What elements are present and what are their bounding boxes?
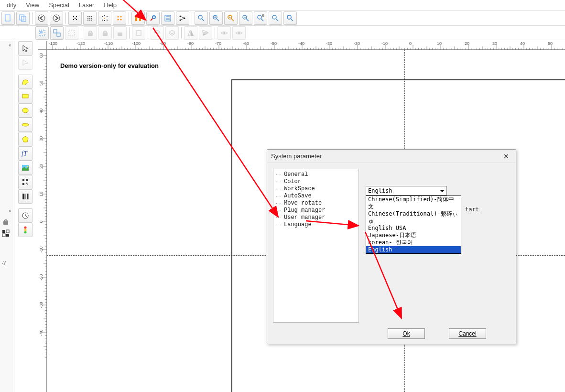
zoom-sel-icon[interactable] xyxy=(254,11,267,25)
lang-opt-2[interactable]: English USA xyxy=(366,225,461,232)
menu-laser[interactable]: Laser xyxy=(74,0,99,10)
ellipse-tool-icon[interactable] xyxy=(18,118,33,132)
svg-rect-69 xyxy=(118,33,122,36)
polygon-tool-icon[interactable] xyxy=(18,132,33,146)
copy-icon[interactable] xyxy=(16,11,30,25)
text-tool-icon[interactable]: fT xyxy=(18,146,33,161)
tree-language[interactable]: Language xyxy=(273,221,359,229)
ruler-vertical: 6050403020100-10-20-30-40 xyxy=(38,50,47,392)
nodes-icon[interactable] xyxy=(176,11,189,25)
svg-point-3 xyxy=(38,15,45,22)
svg-point-18 xyxy=(91,20,92,21)
mirror-h-icon[interactable] xyxy=(184,26,197,40)
curve-tool-icon[interactable] xyxy=(18,75,33,89)
eye2-icon[interactable] xyxy=(232,26,246,40)
cancel-button[interactable]: Cancel xyxy=(449,328,486,339)
panel-close-1[interactable]: × xyxy=(9,43,11,48)
svg-point-15 xyxy=(91,18,92,19)
new-icon[interactable] xyxy=(1,11,15,25)
svg-point-42 xyxy=(198,15,202,19)
svg-rect-73 xyxy=(3,221,8,225)
rect-tool-icon[interactable] xyxy=(18,89,33,103)
lock2-icon[interactable] xyxy=(98,26,112,40)
menu-help[interactable]: Help xyxy=(99,0,121,10)
svg-rect-87 xyxy=(26,183,27,184)
svg-rect-74 xyxy=(2,230,5,233)
svg-line-45 xyxy=(217,19,219,21)
zoom-in-icon[interactable] xyxy=(209,11,223,25)
select-all-icon[interactable] xyxy=(65,26,78,40)
grid-box-icon[interactable] xyxy=(2,229,11,238)
lang-opt-5[interactable]: English xyxy=(366,246,461,253)
ungroup-icon[interactable] xyxy=(50,26,64,40)
dialog-close-button[interactable]: ✕ xyxy=(500,152,512,160)
svg-rect-68 xyxy=(103,33,108,36)
menu-modify[interactable]: dify xyxy=(2,0,21,10)
lang-opt-4[interactable]: korean- 한국어 xyxy=(366,239,461,246)
barcode-tool-icon[interactable] xyxy=(18,189,33,204)
chevron-down-icon xyxy=(440,190,445,192)
lang-opt-3[interactable]: Japanese-日本语 xyxy=(366,232,461,239)
svg-text:-90: -90 xyxy=(160,41,166,46)
zoom-out-icon[interactable] xyxy=(239,11,252,25)
tree-moverotate[interactable]: Move rotate xyxy=(273,200,359,207)
circle-tool-icon[interactable] xyxy=(18,103,33,118)
back-icon[interactable] xyxy=(35,11,48,25)
svg-point-19 xyxy=(102,16,103,17)
svg-text:0: 0 xyxy=(39,220,43,223)
qr-tool-icon[interactable] xyxy=(18,175,33,189)
svg-point-10 xyxy=(87,16,88,17)
lang-opt-1[interactable]: Chinese(Traditional)-繫碎ぃゅ xyxy=(366,210,461,225)
svg-text:-70: -70 xyxy=(215,41,221,46)
language-dropdown[interactable]: Chinese(Simplified)-简体中文 Chinese(Traditi… xyxy=(366,196,461,254)
zoom-in2-icon[interactable]: + xyxy=(224,11,238,25)
svg-text:0: 0 xyxy=(409,41,412,46)
eye1-icon[interactable] xyxy=(217,26,231,40)
traffic-tool-icon[interactable] xyxy=(18,223,33,237)
transform-icon[interactable] xyxy=(132,26,145,40)
dots2-icon[interactable] xyxy=(83,11,97,25)
svg-text:50: 50 xyxy=(39,81,43,86)
image-tool-icon[interactable] xyxy=(18,161,33,175)
ok-button[interactable]: Ok xyxy=(388,328,425,339)
lock3-icon[interactable] xyxy=(113,26,127,40)
lock1-icon[interactable] xyxy=(84,26,97,40)
svg-rect-88 xyxy=(27,184,28,185)
layers1-icon[interactable] xyxy=(151,26,164,40)
language-combo[interactable]: English xyxy=(366,186,447,196)
lock-icon[interactable] xyxy=(2,218,11,227)
node-tool-icon[interactable] xyxy=(18,55,33,70)
group-sel-icon[interactable] xyxy=(35,26,49,40)
clock-tool-icon[interactable] xyxy=(18,208,33,223)
lang-opt-0[interactable]: Chinese(Simplified)-简体中文 xyxy=(366,196,461,210)
layers2-icon[interactable] xyxy=(165,26,179,40)
svg-point-7 xyxy=(75,17,76,18)
dots1-icon[interactable] xyxy=(68,11,82,25)
columns-icon[interactable] xyxy=(131,11,145,25)
svg-text:-10: -10 xyxy=(381,41,388,46)
menu-view[interactable]: View xyxy=(21,0,44,10)
tree-plugmanager[interactable]: Plug manager xyxy=(273,207,359,214)
select-tool-icon[interactable] xyxy=(18,41,33,55)
settings-tree[interactable]: General Color WorkSpace AutoSave Move ro… xyxy=(273,169,359,323)
tree-general[interactable]: General xyxy=(273,171,359,178)
forward-icon[interactable] xyxy=(50,11,63,25)
tree-workspace[interactable]: WorkSpace xyxy=(273,185,359,193)
svg-point-8 xyxy=(73,19,74,20)
tools-icon[interactable] xyxy=(146,11,160,25)
dots4-icon[interactable] xyxy=(113,11,126,25)
zoom-all-icon[interactable] xyxy=(269,11,282,25)
restart-hint: tart xyxy=(465,206,479,213)
svg-point-59 xyxy=(287,15,291,19)
tree-color[interactable]: Color xyxy=(273,178,359,185)
dots3-icon[interactable] xyxy=(98,11,111,25)
list-icon[interactable] xyxy=(161,11,174,25)
zoom-page-icon[interactable] xyxy=(283,11,297,25)
menu-special[interactable]: Special xyxy=(44,0,74,10)
tree-autosave[interactable]: AutoSave xyxy=(273,193,359,200)
mirror-v-icon[interactable] xyxy=(199,26,212,40)
tree-usermanager[interactable]: User manager xyxy=(273,214,359,221)
panel-close-2[interactable]: × xyxy=(9,208,11,213)
zoom-icon[interactable] xyxy=(195,11,208,25)
language-combo-value: English xyxy=(368,187,392,194)
